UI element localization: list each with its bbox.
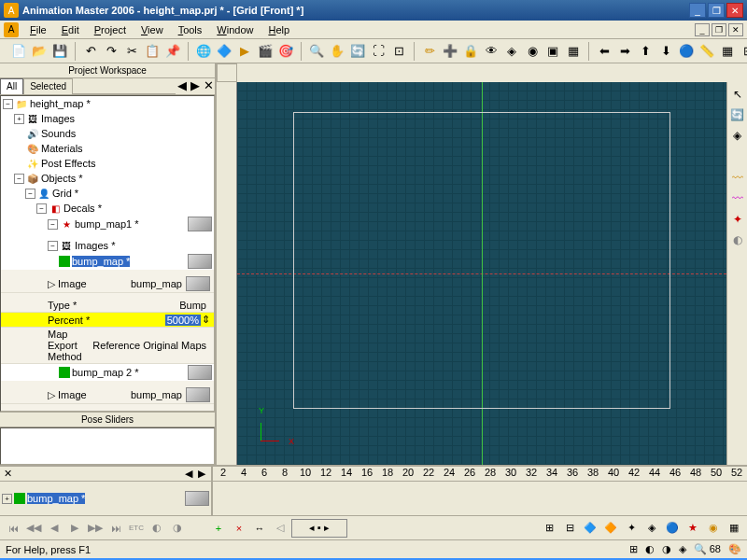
- play-last-button[interactable]: ⏭: [106, 519, 125, 538]
- view4-button[interactable]: 🔶: [601, 519, 620, 538]
- hide-button[interactable]: 👁: [482, 42, 500, 61]
- tree-objects[interactable]: Objects *: [41, 173, 83, 184]
- chor-button[interactable]: 🎬: [256, 42, 275, 61]
- play-first-button[interactable]: ⏮: [4, 519, 22, 538]
- tool1-button[interactable]: ◈: [502, 42, 521, 61]
- zoom-fit-button[interactable]: ⛶: [369, 42, 388, 61]
- tool3-button[interactable]: ▣: [543, 42, 562, 61]
- grid-object-outline[interactable]: [293, 112, 670, 409]
- cut-button[interactable]: ✂: [122, 42, 141, 61]
- curve1-button[interactable]: 〰: [729, 170, 746, 187]
- tab-selected[interactable]: Selected: [23, 78, 73, 94]
- measure-button[interactable]: 📏: [698, 42, 716, 61]
- menu-help[interactable]: Help: [261, 22, 297, 37]
- copy-button[interactable]: 📋: [143, 42, 162, 61]
- menu-tools[interactable]: Tools: [171, 22, 210, 37]
- play-fwd-button[interactable]: ▶: [65, 519, 84, 538]
- nav5-button[interactable]: 🔵: [677, 42, 696, 61]
- view2-button[interactable]: ⊟: [560, 519, 579, 538]
- curve2-button[interactable]: 〰: [729, 190, 746, 207]
- key-add-button[interactable]: +: [209, 519, 228, 538]
- lock-button[interactable]: 🔒: [461, 42, 480, 61]
- paste-button[interactable]: 📌: [163, 42, 182, 61]
- maximize-button[interactable]: ❐: [708, 3, 725, 18]
- tree-toggle[interactable]: −: [36, 203, 47, 214]
- tl-arrow-left[interactable]: ◀: [185, 468, 198, 480]
- project-tree[interactable]: −📁height_map * +🖼Images 🔊Sounds 🎨Materia…: [0, 95, 215, 412]
- pws-arrow-right[interactable]: ▶: [189, 78, 202, 91]
- timeline-ruler[interactable]: 2468101214161820222426283032343638404244…: [213, 467, 747, 482]
- tree-toggle[interactable]: −: [3, 99, 13, 109]
- prop-mem-value[interactable]: Reference Original Maps: [92, 340, 210, 351]
- tool4-button[interactable]: ▦: [564, 42, 583, 61]
- ruler-vertical[interactable]: [217, 82, 237, 465]
- play-back-button[interactable]: ◀: [45, 519, 63, 538]
- turn-button[interactable]: 🔄: [348, 42, 367, 61]
- rotate-tool-button[interactable]: 🔄: [729, 106, 746, 123]
- view3-button[interactable]: 🔷: [581, 519, 599, 538]
- menu-view[interactable]: View: [134, 22, 171, 37]
- new-button[interactable]: 📄: [9, 42, 28, 61]
- tree-toggle[interactable]: −: [48, 241, 58, 251]
- tree-bumpmap1[interactable]: bump_map1 *: [75, 218, 139, 230]
- zoom-sel-button[interactable]: ⊡: [389, 42, 408, 61]
- tl-toggle[interactable]: +: [2, 494, 12, 504]
- view6-button[interactable]: ◈: [642, 519, 661, 538]
- view9-button[interactable]: ◉: [704, 519, 723, 538]
- open-button[interactable]: 📂: [30, 42, 49, 61]
- prop-percent-input[interactable]: 5000%: [165, 315, 201, 326]
- tree-bumpmap2[interactable]: bump_map 2 *: [72, 367, 139, 378]
- nav3-button[interactable]: ⬆: [636, 42, 655, 61]
- tree-toggle[interactable]: −: [48, 219, 58, 230]
- action-button[interactable]: ▶: [235, 42, 254, 61]
- tl-opt2-button[interactable]: ◑: [168, 519, 187, 538]
- key-prev-button[interactable]: ◁: [271, 519, 289, 538]
- world-button[interactable]: 🌐: [194, 42, 213, 61]
- cursor-tool-button[interactable]: ↖: [729, 86, 746, 103]
- timeline-track[interactable]: [213, 482, 747, 515]
- tree-root[interactable]: height_map *: [30, 98, 91, 109]
- grid-button[interactable]: ▦: [718, 42, 737, 61]
- view7-button[interactable]: 🔵: [663, 519, 682, 538]
- model-button[interactable]: 🔷: [215, 42, 233, 61]
- prop-type-value[interactable]: Bump: [179, 300, 210, 311]
- play-prev-button[interactable]: ◀◀: [24, 519, 43, 538]
- zoom-button[interactable]: 🔍: [307, 42, 326, 61]
- render-button[interactable]: 🎯: [276, 42, 295, 61]
- add-button[interactable]: ➕: [441, 42, 459, 61]
- tree-posteffects[interactable]: Post Effects: [41, 158, 96, 169]
- tree-toggle[interactable]: +: [14, 114, 24, 124]
- mdi-minimize-button[interactable]: _: [695, 23, 710, 36]
- tl-opt1-button[interactable]: ◐: [148, 519, 166, 538]
- pws-arrow-left[interactable]: ◀: [176, 78, 189, 91]
- play-next-button[interactable]: ▶▶: [86, 519, 105, 538]
- mdi-restore-button[interactable]: ❐: [712, 23, 726, 36]
- tl-arrow-right[interactable]: ▶: [198, 468, 211, 480]
- scale-tool-button[interactable]: ◈: [729, 127, 746, 144]
- view8-button[interactable]: ★: [684, 519, 702, 538]
- nav4-button[interactable]: ⬇: [656, 42, 675, 61]
- tab-all[interactable]: All: [0, 78, 23, 94]
- mdi-close-button[interactable]: ✕: [728, 23, 743, 36]
- tree-toggle[interactable]: −: [14, 174, 24, 184]
- tl-close-button[interactable]: ✕: [0, 468, 16, 480]
- snap-button[interactable]: ⊞: [739, 42, 747, 61]
- tool2-button[interactable]: ◉: [523, 42, 542, 61]
- menu-window[interactable]: Window: [209, 22, 261, 37]
- tree-bumpmap-sel[interactable]: bump_map *: [72, 256, 130, 267]
- undo-button[interactable]: ↶: [81, 42, 100, 61]
- tree-sounds[interactable]: Sounds: [41, 128, 76, 139]
- tl-item-label[interactable]: bump_map *: [27, 493, 85, 504]
- viewport-canvas[interactable]: YX: [237, 82, 726, 465]
- nav1-button[interactable]: ⬅: [595, 42, 613, 61]
- view10-button[interactable]: ▦: [725, 519, 743, 538]
- view1-button[interactable]: ⊞: [540, 519, 558, 538]
- redo-button[interactable]: ↷: [102, 42, 120, 61]
- tree-toggle[interactable]: −: [25, 189, 35, 199]
- tree-materials[interactable]: Materials: [41, 143, 83, 154]
- pose-sliders-area[interactable]: [0, 427, 215, 465]
- tree-images[interactable]: Images: [41, 113, 75, 124]
- menu-file[interactable]: FFileile: [22, 22, 54, 37]
- tree-images2[interactable]: Images *: [75, 240, 115, 251]
- minimize-button[interactable]: _: [689, 3, 706, 18]
